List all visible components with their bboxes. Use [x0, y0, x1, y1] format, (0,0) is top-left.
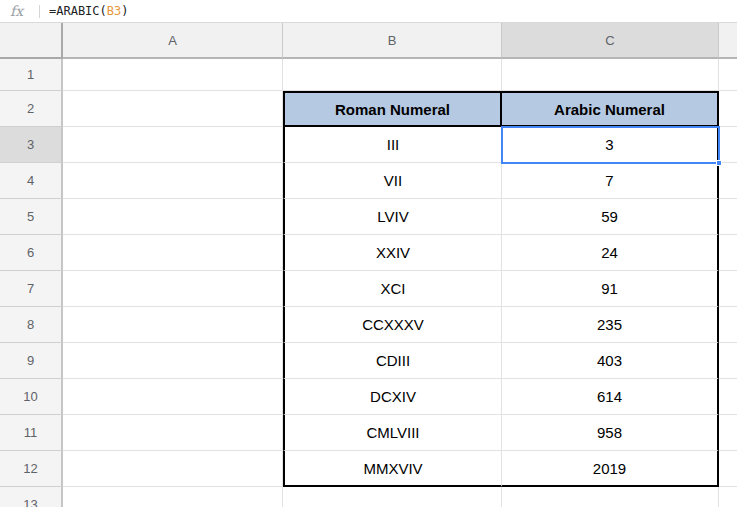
sheet-row-9: 9CDIII403: [0, 343, 737, 379]
cell-A12[interactable]: [63, 451, 283, 487]
cell-B7[interactable]: XCI: [283, 271, 502, 307]
fill-handle[interactable]: [716, 160, 722, 166]
cell-C6[interactable]: 24: [502, 235, 719, 271]
row-header-10[interactable]: 10: [0, 379, 63, 415]
cell-B6[interactable]: XXIV: [283, 235, 502, 271]
cell-A5[interactable]: [63, 199, 283, 235]
sheet-row-2: 2Roman NumeralArabic Numeral: [0, 91, 737, 127]
cell-overflow-13[interactable]: [719, 487, 737, 507]
cell-B1[interactable]: [283, 59, 502, 91]
cell-overflow-1[interactable]: [719, 59, 737, 91]
sheet-row-13: 13: [0, 487, 737, 507]
cell-C11[interactable]: 958: [502, 415, 719, 451]
column-header-overflow: [719, 23, 737, 59]
row-header-5[interactable]: 5: [0, 199, 63, 235]
fx-icon: fx: [10, 3, 34, 19]
sheet-row-4: 4VII7: [0, 163, 737, 199]
formula-text-suffix: ): [121, 4, 128, 18]
cell-overflow-10[interactable]: [719, 379, 737, 415]
sheet-row-5: 5LVIV59: [0, 199, 737, 235]
cell-B12[interactable]: MMXVIV: [283, 451, 502, 487]
cell-A10[interactable]: [63, 379, 283, 415]
cell-overflow-4[interactable]: [719, 163, 737, 199]
spreadsheet-app: fx =ARABIC(B3) ABC12Roman NumeralArabic …: [0, 0, 737, 507]
select-all-corner[interactable]: [0, 23, 63, 59]
cell-B3[interactable]: III: [283, 127, 502, 163]
row-header-12[interactable]: 12: [0, 451, 63, 487]
cell-A3[interactable]: [63, 127, 283, 163]
sheet-row-3: 3III3: [0, 127, 737, 163]
formula-bar-divider: [39, 5, 40, 18]
cell-C3[interactable]: 3: [502, 127, 719, 163]
cell-C5[interactable]: 59: [502, 199, 719, 235]
row-header-1[interactable]: 1: [0, 59, 63, 91]
row-header-7[interactable]: 7: [0, 271, 63, 307]
sheet-row-6: 6XXIV24: [0, 235, 737, 271]
cell-A13[interactable]: [63, 487, 283, 507]
formula-input[interactable]: =ARABIC(B3): [49, 4, 128, 18]
cell-overflow-11[interactable]: [719, 415, 737, 451]
cell-B10[interactable]: DCXIV: [283, 379, 502, 415]
cell-A2[interactable]: [63, 91, 283, 127]
column-header-C[interactable]: C: [502, 23, 719, 59]
cell-B4[interactable]: VII: [283, 163, 502, 199]
row-header-9[interactable]: 9: [0, 343, 63, 379]
cell-A9[interactable]: [63, 343, 283, 379]
cell-B2[interactable]: Roman Numeral: [283, 91, 502, 127]
column-header-B[interactable]: B: [283, 23, 502, 59]
formula-bar: fx =ARABIC(B3): [0, 0, 737, 23]
sheet-grid: ABC12Roman NumeralArabic Numeral3III34VI…: [0, 23, 737, 507]
cell-A7[interactable]: [63, 271, 283, 307]
formula-cell-reference: B3: [107, 4, 121, 18]
cell-B13[interactable]: [283, 487, 502, 507]
sheet-row-11: 11CMLVIII958: [0, 415, 737, 451]
cell-overflow-7[interactable]: [719, 271, 737, 307]
sheet-row-1: 1: [0, 59, 737, 91]
sheet-row-8: 8CCXXXV235: [0, 307, 737, 343]
cell-C7[interactable]: 91: [502, 271, 719, 307]
sheet-row-7: 7XCI91: [0, 271, 737, 307]
cell-B5[interactable]: LVIV: [283, 199, 502, 235]
cell-B11[interactable]: CMLVIII: [283, 415, 502, 451]
sheet-row-12: 12MMXVIV2019: [0, 451, 737, 487]
cell-overflow-8[interactable]: [719, 307, 737, 343]
row-header-4[interactable]: 4: [0, 163, 63, 199]
cell-A6[interactable]: [63, 235, 283, 271]
cell-C4[interactable]: 7: [502, 163, 719, 199]
cell-overflow-12[interactable]: [719, 451, 737, 487]
row-header-6[interactable]: 6: [0, 235, 63, 271]
cell-overflow-3[interactable]: [719, 127, 737, 163]
row-header-11[interactable]: 11: [0, 415, 63, 451]
cell-C8[interactable]: 235: [502, 307, 719, 343]
cell-C9[interactable]: 403: [502, 343, 719, 379]
row-header-8[interactable]: 8: [0, 307, 63, 343]
formula-text-prefix: =ARABIC(: [49, 4, 107, 18]
sheet-row-10: 10DCXIV614: [0, 379, 737, 415]
cell-A11[interactable]: [63, 415, 283, 451]
cell-A1[interactable]: [63, 59, 283, 91]
cell-overflow-5[interactable]: [719, 199, 737, 235]
row-header-3[interactable]: 3: [0, 127, 63, 163]
cell-C10[interactable]: 614: [502, 379, 719, 415]
cell-C13[interactable]: [502, 487, 719, 507]
cell-overflow-9[interactable]: [719, 343, 737, 379]
row-header-13[interactable]: 13: [0, 487, 63, 507]
cell-C2[interactable]: Arabic Numeral: [502, 91, 719, 127]
cell-overflow-2[interactable]: [719, 91, 737, 127]
cell-A8[interactable]: [63, 307, 283, 343]
cell-C12[interactable]: 2019: [502, 451, 719, 487]
cell-A4[interactable]: [63, 163, 283, 199]
column-header-A[interactable]: A: [63, 23, 283, 59]
cell-B8[interactable]: CCXXXV: [283, 307, 502, 343]
cell-C1[interactable]: [502, 59, 719, 91]
column-header-row: ABC: [0, 23, 737, 59]
cell-B9[interactable]: CDIII: [283, 343, 502, 379]
row-header-2[interactable]: 2: [0, 91, 63, 127]
cell-overflow-6[interactable]: [719, 235, 737, 271]
